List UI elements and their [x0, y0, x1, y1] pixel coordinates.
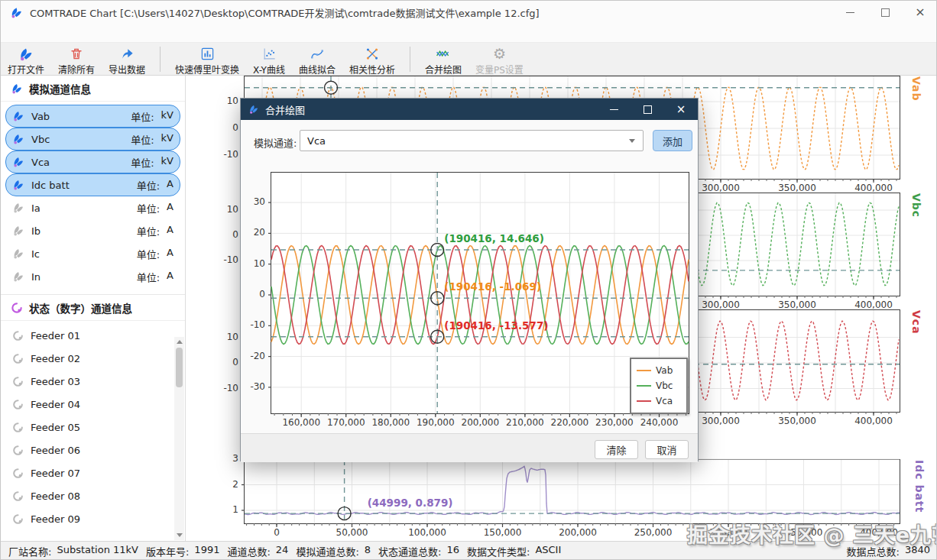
clear-all-button[interactable]: 清除所有	[51, 45, 102, 76]
channel-logo-icon	[12, 110, 24, 122]
fft-button[interactable]: 快速傅里叶变换	[168, 45, 246, 76]
analog-channel-item[interactable]: Vbc 单位:kV	[5, 128, 180, 151]
maximize-button[interactable]	[867, 1, 903, 24]
dialog-logo-icon	[248, 104, 259, 115]
digital-channel-item[interactable]: Feeder 03	[5, 370, 180, 393]
menu-bar	[1, 24, 937, 43]
application-window: COMTRADE Chart [C:\Users\14027\Desktop\C…	[0, 0, 937, 560]
analog-channel-header: 模拟通道信息	[1, 76, 185, 102]
digital-channel-list: Feeder 01 Feeder 02 Feeder 03 Feeder 04 …	[1, 321, 185, 525]
analog-channel-item[interactable]: Vab 单位:kV	[5, 105, 180, 128]
digital-channel-item[interactable]: Feeder 02	[5, 347, 180, 370]
scroll-up-arrow[interactable]	[177, 340, 183, 344]
y-tick-label: 1	[211, 504, 238, 515]
channel-logo-icon	[12, 248, 24, 260]
channel-name: Feeder 04	[31, 399, 80, 410]
channel-select-value: Vca	[307, 135, 326, 147]
correlation-button[interactable]: 相关性分析	[342, 45, 402, 76]
scatter-plot-icon	[262, 46, 277, 62]
digital-channel-item[interactable]: Feeder 01	[5, 324, 180, 347]
app-logo-icon	[10, 6, 23, 19]
legend-label: Vca	[656, 396, 673, 406]
merge-plot-icon	[435, 46, 451, 62]
vab-axis-label: Vab	[910, 76, 922, 179]
channel-logo-icon	[12, 133, 24, 145]
x-tick-label: 350,000	[770, 416, 825, 426]
channel-select-dropdown[interactable]: Vca	[300, 130, 644, 151]
merge-dialog-chart[interactable]: (190416, 14.646)(190416, -1.069)(190416,…	[271, 172, 689, 414]
feeder-icon	[12, 330, 24, 342]
dialog-maximize-button[interactable]	[631, 99, 664, 120]
y-tick-label: 20	[238, 227, 265, 238]
menu-item[interactable]	[60, 31, 80, 34]
legend-label: Vab	[656, 365, 673, 376]
x-tick-label: 240,000	[631, 417, 686, 428]
analog-channel-list: Vab 单位:kV Vbc 单位:kV Vca 单位:kV Idc batt 单…	[1, 102, 185, 288]
fft-bars-icon	[200, 46, 215, 62]
idc-batt-waveform-chart[interactable]: Idc batt (44999, 0.879)050,000100,000150…	[244, 459, 900, 524]
add-button[interactable]: 添加	[653, 130, 692, 151]
x-tick-label: 250,000	[626, 527, 681, 538]
chevron-down-icon	[629, 139, 635, 143]
channel-name: Ib	[31, 225, 41, 237]
x-tick-label: 300,000	[693, 183, 748, 193]
sidebar-scrollbar[interactable]	[174, 337, 184, 540]
digital-channel-item[interactable]: Feeder 05	[5, 416, 180, 439]
y-tick-label: 0	[211, 229, 238, 240]
open-file-button[interactable]: 打开文件	[1, 45, 51, 76]
digital-channel-item[interactable]: Feeder 09	[5, 507, 180, 525]
dialog-title-bar[interactable]: 合并绘图 ×	[241, 99, 698, 120]
analog-channel-item[interactable]: Vca 单位:kV	[5, 151, 180, 173]
channel-name: Feeder 01	[31, 330, 80, 342]
scroll-down-arrow[interactable]	[177, 533, 183, 537]
digital-channel-item[interactable]: Feeder 07	[5, 461, 180, 484]
curve-fit-button[interactable]: 曲线拟合	[292, 45, 342, 76]
channel-name: Vab	[31, 111, 50, 122]
minimize-button[interactable]	[832, 1, 867, 24]
analog-channel-item[interactable]: Idc batt 单位:A	[5, 173, 180, 196]
x-tick-label: 0	[249, 527, 304, 538]
analog-channel-item[interactable]: In 单位:A	[5, 265, 180, 288]
status-item: 通道总数:24	[227, 544, 288, 558]
x-tick-label: 350,000	[770, 299, 825, 310]
channel-name: Ia	[31, 202, 41, 214]
digital-channel-item[interactable]: Feeder 06	[5, 439, 180, 461]
y-tick-label: 10	[211, 204, 238, 215]
cancel-button[interactable]: 取消	[645, 440, 689, 459]
feeder-icon	[12, 513, 24, 525]
cursor-annotation: (190416, 14.646)	[444, 232, 544, 244]
dialog-close-button[interactable]: ×	[664, 99, 698, 120]
x-tick-label: 400,000	[846, 299, 901, 310]
digital-channel-item[interactable]: Feeder 08	[5, 484, 180, 507]
export-data-button[interactable]: 导出数据	[102, 45, 152, 76]
title-bar[interactable]: COMTRADE Chart [C:\Users\14027\Desktop\C…	[1, 1, 937, 24]
channel-name: Vbc	[31, 134, 50, 145]
menu-item[interactable]	[1, 31, 21, 34]
channel-name: Feeder 05	[31, 422, 80, 433]
x-tick-label: 50,000	[325, 527, 380, 538]
legend-label: Vbc	[656, 380, 673, 391]
channel-unit: 单位:A	[137, 270, 173, 284]
digital-channel-item[interactable]: Feeder 04	[5, 393, 180, 416]
channel-name: Vca	[31, 157, 50, 168]
channel-logo-icon	[12, 202, 24, 214]
merge-dialog-plot	[271, 173, 689, 413]
toolbar-separator	[410, 47, 410, 72]
open-file-icon	[18, 46, 34, 62]
x-tick-label: 400,000	[846, 183, 901, 193]
menu-item[interactable]	[80, 31, 100, 34]
close-button[interactable]: ×	[903, 1, 937, 24]
xy-curve-button[interactable]: X-Y曲线	[246, 45, 292, 76]
analog-channel-item[interactable]: Ic 单位:A	[5, 242, 180, 265]
menu-item[interactable]	[41, 31, 60, 34]
feeder-icon	[12, 353, 24, 364]
dialog-minimize-button[interactable]	[597, 99, 631, 120]
analog-channel-item[interactable]: Ib 单位:A	[5, 219, 180, 242]
merge-plot-button[interactable]: 合并绘图	[418, 45, 468, 76]
menu-item[interactable]	[21, 31, 41, 34]
scrollbar-thumb[interactable]	[176, 348, 183, 387]
analog-channel-item[interactable]: Ia 单位:A	[5, 196, 180, 219]
variable-ps-settings-button[interactable]: ⚙ 变量PS设置	[468, 45, 530, 76]
y-tick-label: -10	[211, 383, 238, 393]
clear-button[interactable]: 清除	[595, 440, 638, 459]
